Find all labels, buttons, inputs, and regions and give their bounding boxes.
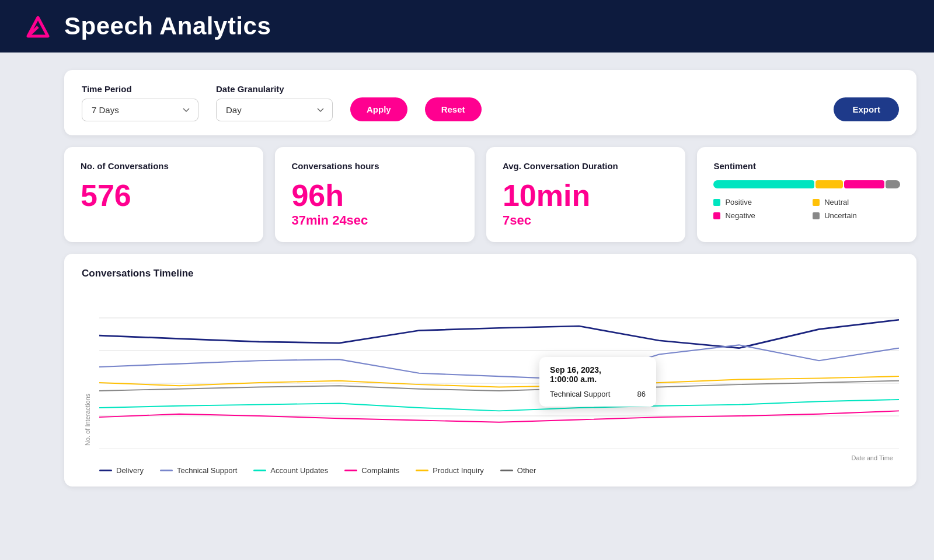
date-granularity-label: Date Granularity bbox=[216, 84, 333, 94]
chart-legend-label: Delivery bbox=[116, 466, 144, 475]
time-period-group: Time Period 7 Days 30 Days 90 Days Custo… bbox=[82, 84, 198, 121]
sentiment-legend-item: Neutral bbox=[813, 198, 900, 206]
main-content: Time Period 7 Days 30 Days 90 Days Custo… bbox=[0, 52, 934, 504]
conversations-value: 576 bbox=[81, 180, 247, 211]
sentiment-bar bbox=[713, 180, 900, 188]
conversations-label: No. of Conversations bbox=[81, 161, 247, 171]
duration-value: 10min bbox=[503, 180, 669, 211]
chart-legend-label: Product Inquiry bbox=[433, 466, 483, 475]
conversations-card: No. of Conversations 576 bbox=[64, 147, 263, 242]
legend-line-color bbox=[99, 470, 112, 471]
stats-row: No. of Conversations 576 Conversations h… bbox=[64, 147, 916, 242]
legend-color bbox=[813, 199, 820, 206]
legend-line-color bbox=[253, 470, 266, 471]
filter-card: Time Period 7 Days 30 Days 90 Days Custo… bbox=[64, 70, 916, 135]
sentiment-legend-item: Positive bbox=[713, 198, 801, 206]
legend-line-color bbox=[344, 470, 357, 471]
legend-color bbox=[713, 199, 720, 206]
chart-legend-label: Other bbox=[517, 466, 536, 475]
sentiment-legend: PositiveNeutralNegativeUncertain bbox=[713, 198, 900, 220]
legend-line-color bbox=[416, 470, 428, 471]
timeline-card: Conversations Timeline No. of Interactio… bbox=[64, 254, 916, 487]
page-title: Speech Analytics bbox=[64, 12, 271, 40]
apply-button[interactable]: Apply bbox=[350, 97, 407, 121]
chart-legend-label: Complaints bbox=[361, 466, 399, 475]
chart-legend-item: Technical Support bbox=[160, 466, 237, 475]
legend-label: Neutral bbox=[824, 198, 849, 206]
chart-legend-item: Account Updates bbox=[253, 466, 328, 475]
sentiment-label: Sentiment bbox=[713, 161, 900, 171]
export-button[interactable]: Export bbox=[834, 97, 899, 121]
chart-legend: DeliveryTechnical SupportAccount Updates… bbox=[82, 466, 899, 475]
sentiment-legend-item: Negative bbox=[713, 211, 801, 220]
timeline-title: Conversations Timeline bbox=[82, 268, 899, 279]
legend-label: Negative bbox=[725, 211, 755, 220]
hours-label: Conversations hours bbox=[291, 161, 458, 171]
sentiment-legend-item: Uncertain bbox=[813, 211, 900, 220]
chart-legend-item: Other bbox=[500, 466, 536, 475]
time-period-select[interactable]: 7 Days 30 Days 90 Days Custom bbox=[82, 99, 198, 121]
chart-legend-label: Account Updates bbox=[270, 466, 328, 475]
legend-label: Uncertain bbox=[824, 211, 857, 220]
time-period-label: Time Period bbox=[82, 84, 198, 94]
header: Speech Analytics bbox=[0, 0, 934, 52]
duration-sub: 7sec bbox=[503, 213, 669, 228]
reset-button[interactable]: Reset bbox=[425, 97, 482, 121]
chart-legend-item: Product Inquiry bbox=[416, 466, 483, 475]
sentiment-card: Sentiment PositiveNeutralNegativeUncerta… bbox=[697, 147, 916, 242]
legend-color bbox=[813, 212, 820, 219]
timeline-chart bbox=[99, 285, 899, 449]
x-axis-label: Date and Time bbox=[82, 454, 899, 461]
y-axis-label: No. of Interactions bbox=[84, 367, 91, 472]
logo-icon bbox=[23, 12, 53, 41]
legend-line-color bbox=[500, 470, 513, 471]
duration-label: Avg. Conversation Duration bbox=[503, 161, 669, 171]
chart-container: No. of Interactions bbox=[82, 285, 899, 449]
date-granularity-group: Date Granularity Day Week Month bbox=[216, 84, 333, 121]
hours-sub: 37min 24sec bbox=[291, 213, 458, 228]
legend-label: Positive bbox=[725, 198, 752, 206]
duration-card: Avg. Conversation Duration 10min 7sec bbox=[486, 147, 685, 242]
chart-legend-item: Delivery bbox=[99, 466, 144, 475]
legend-color bbox=[713, 212, 720, 219]
legend-line-color bbox=[160, 470, 173, 471]
date-granularity-select[interactable]: Day Week Month bbox=[216, 99, 333, 121]
hours-value: 96h bbox=[291, 180, 458, 211]
hours-card: Conversations hours 96h 37min 24sec bbox=[275, 147, 474, 242]
chart-legend-item: Complaints bbox=[344, 466, 399, 475]
filter-row: Time Period 7 Days 30 Days 90 Days Custo… bbox=[82, 84, 899, 121]
chart-legend-label: Technical Support bbox=[177, 466, 237, 475]
